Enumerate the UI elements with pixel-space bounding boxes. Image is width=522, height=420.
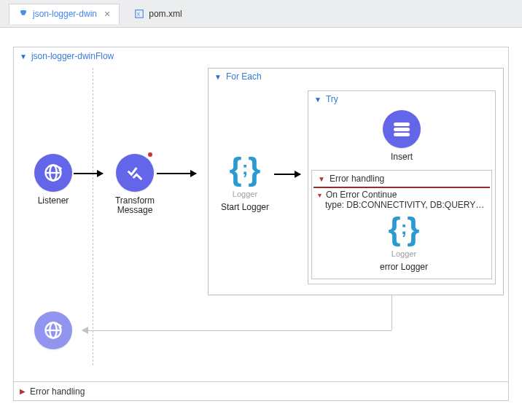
breakpoint-icon[interactable] [147,151,154,158]
return-path [392,295,392,330]
collapse-icon[interactable]: ▼ [214,73,222,81]
listener-node[interactable]: Listener [24,154,82,206]
logger-icon: {;} [389,213,420,245]
collapse-icon[interactable]: ▼ [20,52,27,61]
tab-json-logger-dwin[interactable]: json-logger-dwin × [9,4,120,24]
flow-name: json-logger-dwinFlow [31,51,114,61]
arrow [274,174,300,175]
svg-point-0 [20,10,22,12]
try-error-handling[interactable]: ▼ Error handling ▾ On Error Continue typ… [311,170,492,279]
insert-label: Insert [391,152,413,162]
start-logger-node[interactable]: {;} Logger Start Logger [216,153,274,212]
arrow [74,173,103,174]
collapse-icon[interactable]: ▼ [318,175,325,183]
try-label: Try [326,94,338,104]
error-logger-sub: Logger [392,249,416,258]
insert-node[interactable]: Insert [373,110,431,162]
logger-icon: {;} [230,153,261,185]
arrow [157,173,196,174]
error-type-label: type: DB:CONNECTIVITY, DB:QUERY_EXEC... [312,200,491,213]
transform-node[interactable]: Transform Message [106,154,164,215]
flow-canvas[interactable]: ▼ json-logger-dwinFlow Listener [13,47,509,401]
foreach-label: For Each [226,71,262,82]
listener-label: Listener [38,196,69,206]
http-response-icon [34,311,72,349]
error-logger-node[interactable]: {;} Logger error Logger [375,213,433,272]
close-icon[interactable]: × [104,8,110,20]
http-listener-icon [34,154,72,192]
foreach-header[interactable]: ▼ For Each [209,69,503,85]
tab-pom-xml[interactable]: X pom.xml [125,4,190,24]
transform-icon [116,154,154,192]
start-logger-sub: Logger [233,190,257,198]
transform-label: Transform Message [106,196,164,215]
return-path [85,330,392,331]
try-scope[interactable]: ▼ Try Insert ▼ Error handl [308,90,496,284]
expand-icon[interactable]: ▶ [20,387,26,395]
start-logger-label: Start Logger [221,203,269,212]
error-logger-label: error Logger [380,262,428,272]
mule-icon [18,9,28,19]
try-header[interactable]: ▼ Try [308,91,495,107]
xml-icon: X [134,9,144,19]
tab-label: json-logger-dwin [33,9,97,19]
flow-header[interactable]: ▼ json-logger-dwinFlow [14,47,508,65]
try-err-header[interactable]: ▼ Error handling [312,171,491,187]
return-arrow [82,330,87,331]
try-err-label: Error handling [330,174,384,184]
response-node[interactable] [24,311,82,349]
on-error-continue-header[interactable]: ▾ On Error Continue [312,188,491,200]
db-insert-icon [383,110,421,148]
svg-point-1 [25,10,26,12]
on-error-continue-label: On Error Continue [326,190,397,200]
collapse-icon[interactable]: ▼ [314,96,322,104]
flow-error-handling[interactable]: ▶ Error handling [14,381,508,400]
foreach-scope[interactable]: ▼ For Each {;} Logger Start Logger ▼ Try [208,68,504,295]
tab-label: pom.xml [149,9,182,19]
source-divider [93,68,93,365]
tab-bar: json-logger-dwin × X pom.xml [0,0,522,28]
svg-text:X: X [137,11,141,16]
flow-error-label: Error handling [30,386,85,397]
collapse-icon[interactable]: ▾ [318,191,322,199]
